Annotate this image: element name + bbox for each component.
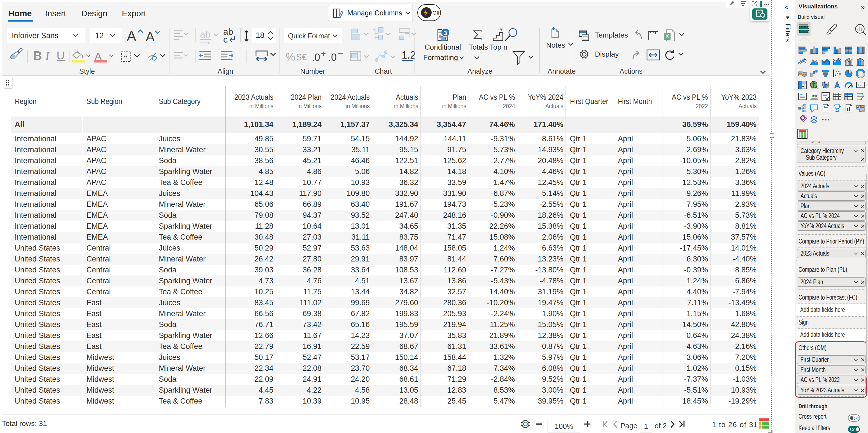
svg-text:123: 123	[858, 83, 863, 87]
svg-text:X: X	[665, 33, 669, 39]
